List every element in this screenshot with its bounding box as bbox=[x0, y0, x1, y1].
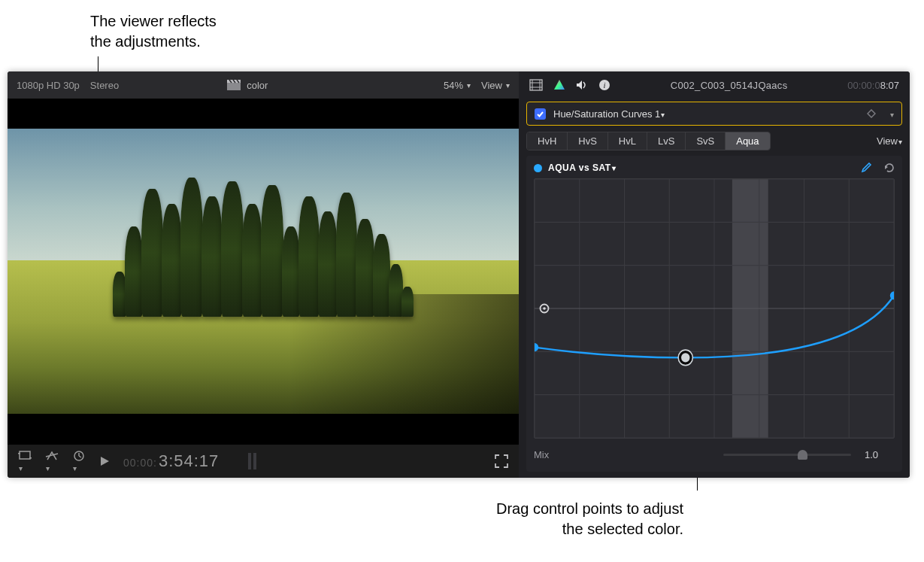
filter-menu-button[interactable] bbox=[889, 108, 894, 120]
viewer-bottom-bar: 00:00: 3:54:17 bbox=[8, 444, 519, 478]
fullscreen-button[interactable] bbox=[495, 454, 508, 468]
inspector-tab-bar: i C002_C003_0514JQaacs 00:00:08:07 bbox=[519, 71, 910, 99]
curve-tab-svs[interactable]: SvS bbox=[686, 132, 726, 150]
retime-tool[interactable] bbox=[72, 450, 86, 473]
svg-rect-13 bbox=[530, 80, 542, 90]
curve-title-dropdown[interactable]: AQUA vs SAT bbox=[548, 163, 616, 173]
curve-canvas[interactable] bbox=[534, 178, 895, 439]
annotation-curve: Drag control points to adjustthe selecte… bbox=[429, 499, 683, 539]
clip-name: C002_C003_0514JQaacs bbox=[621, 80, 837, 91]
filter-name-dropdown[interactable]: Hue/Saturation Curves 1 bbox=[553, 108, 665, 120]
curve-tab-hvl[interactable]: HvL bbox=[608, 132, 647, 150]
audio-meter bbox=[246, 451, 259, 471]
svg-marker-21 bbox=[868, 110, 875, 117]
svg-text:i: i bbox=[603, 81, 605, 90]
mix-slider[interactable] bbox=[723, 454, 851, 456]
svg-line-8 bbox=[46, 454, 58, 457]
svg-marker-10 bbox=[101, 457, 109, 466]
curve-tab-aqua[interactable]: Aqua bbox=[726, 132, 769, 150]
svg-rect-0 bbox=[227, 83, 241, 90]
eyedropper-icon[interactable] bbox=[860, 162, 872, 174]
svg-rect-11 bbox=[248, 453, 251, 469]
svg-rect-12 bbox=[253, 453, 256, 469]
mix-value[interactable]: 1.0 bbox=[865, 449, 895, 460]
curve-view-dropdown[interactable]: View bbox=[877, 135, 902, 147]
inspector-pane: i C002_C003_0514JQaacs 00:00:08:07 Hue/S… bbox=[519, 71, 910, 478]
inspector-timecode: 00:00:08:07 bbox=[847, 80, 899, 91]
audio-label: Stereo bbox=[90, 80, 119, 91]
transform-tool[interactable] bbox=[45, 450, 59, 473]
view-dropdown[interactable]: View bbox=[481, 80, 510, 91]
svg-rect-7 bbox=[29, 457, 32, 459]
viewer-pane: 1080p HD 30p Stereo color 54% View bbox=[8, 71, 519, 478]
curve-control-point[interactable] bbox=[680, 352, 691, 364]
mix-row: Mix 1.0 bbox=[534, 439, 895, 466]
curve-editor: AQUA vs SAT bbox=[526, 156, 902, 472]
mix-label: Mix bbox=[534, 449, 549, 460]
svg-point-43 bbox=[543, 307, 546, 310]
viewer-canvas[interactable] bbox=[8, 99, 519, 444]
curve-tab-hvh[interactable]: HvH bbox=[527, 132, 568, 150]
play-button[interactable] bbox=[99, 456, 110, 466]
project-name: color bbox=[247, 80, 268, 91]
video-inspector-tab[interactable] bbox=[529, 79, 543, 91]
curve-control-point[interactable] bbox=[890, 291, 894, 299]
annotation-viewer: The viewer reflectsthe adjustments. bbox=[90, 11, 217, 52]
app-window: 1080p HD 30p Stereo color 54% View bbox=[8, 71, 910, 478]
curve-tabs: HvHHvSHvLLvSSvSAqua bbox=[526, 132, 771, 150]
audio-inspector-tab[interactable] bbox=[576, 80, 588, 90]
clapper-icon bbox=[227, 80, 241, 90]
crop-tool[interactable] bbox=[18, 450, 32, 473]
filter-header: Hue/Saturation Curves 1 bbox=[526, 102, 902, 126]
filter-enable-checkbox[interactable] bbox=[535, 108, 546, 120]
curve-tab-hvs[interactable]: HvS bbox=[568, 132, 608, 150]
curve-tab-lvs[interactable]: LvS bbox=[647, 132, 686, 150]
svg-marker-18 bbox=[554, 80, 565, 90]
info-inspector-tab[interactable]: i bbox=[598, 79, 610, 91]
keyframe-icon[interactable] bbox=[867, 109, 876, 118]
curve-title-row: AQUA vs SAT bbox=[534, 162, 895, 174]
viewer-image bbox=[8, 99, 519, 444]
project-name-button[interactable]: color bbox=[227, 80, 268, 91]
zoom-dropdown[interactable]: 54% bbox=[444, 80, 471, 91]
format-label: 1080p HD 30p bbox=[17, 80, 80, 91]
reset-curve-icon[interactable] bbox=[883, 162, 895, 174]
curve-reset-indicator-icon[interactable] bbox=[539, 303, 550, 314]
svg-rect-5 bbox=[20, 451, 30, 459]
viewer-timecode[interactable]: 00:00: 3:54:17 bbox=[123, 451, 219, 471]
viewer-top-bar: 1080p HD 30p Stereo color 54% View bbox=[8, 71, 519, 99]
curve-control-point[interactable] bbox=[535, 343, 538, 351]
color-inspector-tab[interactable] bbox=[553, 79, 565, 91]
curve-color-dot bbox=[534, 164, 542, 172]
curve-tab-row: HvHHvSHvLLvSSvSAqua View bbox=[526, 130, 902, 151]
svg-rect-6 bbox=[18, 453, 20, 454]
